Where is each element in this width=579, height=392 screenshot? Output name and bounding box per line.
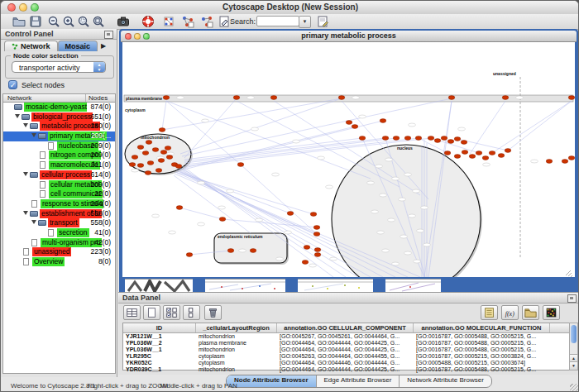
tree-row[interactable]: establishment of lo558(0) xyxy=(3,209,115,219)
tree-col-network[interactable]: Network xyxy=(7,94,31,102)
select-attributes-icon[interactable] xyxy=(123,305,141,320)
network-node[interactable] xyxy=(145,171,151,175)
network-node[interactable] xyxy=(219,218,226,222)
network-node[interactable] xyxy=(270,96,277,100)
delete-attribute-trash-icon[interactable] xyxy=(204,305,222,320)
tree-row[interactable]: response to stimulu264(0) xyxy=(3,199,115,209)
tree-row[interactable]: cell communicat22(0) xyxy=(3,189,115,199)
network-node[interactable] xyxy=(359,136,366,141)
network-node[interactable] xyxy=(454,137,461,141)
help-lifering-icon[interactable] xyxy=(141,15,155,28)
table-row[interactable]: YPL036W__2plasma membrane[GO:0044464, GO… xyxy=(123,340,572,347)
network-node[interactable] xyxy=(137,146,144,150)
network-node[interactable] xyxy=(447,140,454,144)
zoom-fit-icon[interactable] xyxy=(92,15,105,28)
network-node[interactable] xyxy=(310,213,317,217)
expander-icon[interactable] xyxy=(23,211,28,215)
network-node[interactable] xyxy=(415,136,422,141)
function-builder-icon[interactable]: f(x) xyxy=(501,305,519,320)
tree-row[interactable]: metabolic process280(0) xyxy=(3,122,115,131)
tree-label[interactable]: Overview xyxy=(32,257,65,266)
network-node[interactable] xyxy=(380,119,386,123)
expander-icon[interactable] xyxy=(31,220,36,224)
network-node[interactable] xyxy=(461,141,467,145)
attribute-table-header[interactable]: ID_cellularLayoutRegionannotation.GO CEL… xyxy=(123,323,572,333)
network-node[interactable] xyxy=(304,246,310,250)
network-node[interactable] xyxy=(444,151,451,155)
heatmap-matrix-icon[interactable] xyxy=(543,305,560,320)
tree-label[interactable]: transport xyxy=(48,218,79,227)
resize-grip[interactable] xyxy=(570,384,578,392)
network-node[interactable] xyxy=(482,156,489,160)
tree-label[interactable]: mosaic-demo-yeast xyxy=(24,103,87,112)
background-view-fragment[interactable] xyxy=(125,279,193,293)
network-node[interactable] xyxy=(462,151,468,155)
network-node[interactable] xyxy=(502,96,509,100)
network-node[interactable] xyxy=(287,212,294,216)
import-attributes-folder-icon[interactable] xyxy=(522,305,539,320)
tree-row[interactable]: cellular metabol209(0) xyxy=(3,180,115,190)
network-node[interactable] xyxy=(314,253,321,257)
zoom-in-icon[interactable] xyxy=(62,15,75,28)
network-node[interactable] xyxy=(404,136,411,141)
tree-row[interactable]: mosaic-demo-yeast874(0) xyxy=(3,103,115,112)
network-graph[interactable]: plasma membranecytoplasmmitochondrionnuc… xyxy=(122,42,575,277)
network-node[interactable] xyxy=(428,136,434,141)
network-tool-icon-2[interactable] xyxy=(181,15,194,28)
column-header[interactable]: _cellularLayoutRegion xyxy=(196,323,277,332)
network-node[interactable] xyxy=(313,226,320,230)
network-node[interactable] xyxy=(146,141,152,145)
network-node[interactable] xyxy=(568,156,575,160)
float-panel-icon[interactable] xyxy=(567,294,577,303)
network-node[interactable] xyxy=(568,96,575,100)
tree-label[interactable]: biological_process xyxy=(31,112,93,122)
network-node[interactable] xyxy=(469,155,476,159)
network-node[interactable] xyxy=(313,232,320,237)
expander-icon[interactable] xyxy=(31,133,36,137)
network-node[interactable] xyxy=(176,206,183,210)
attribute-notes-icon[interactable] xyxy=(481,305,498,320)
network-node[interactable] xyxy=(505,149,511,153)
network-node[interactable] xyxy=(175,165,182,169)
network-node[interactable] xyxy=(166,155,173,160)
tree-label[interactable]: cellular process xyxy=(40,170,92,179)
column-header[interactable]: annotation.GO MOLECULAR_FUNCTION xyxy=(414,323,550,332)
tree-row[interactable]: multi-organism pro42(0) xyxy=(3,238,115,248)
network-node[interactable] xyxy=(448,96,455,100)
expander-icon[interactable] xyxy=(15,114,20,118)
float-panel-icon[interactable] xyxy=(104,31,113,39)
table-row[interactable]: YDR039C__1mitochondrion[GO:0044464, GO:0… xyxy=(123,366,572,373)
network-node[interactable] xyxy=(498,154,505,158)
network-node[interactable] xyxy=(147,161,154,165)
network-node[interactable] xyxy=(186,253,193,257)
expander-icon[interactable] xyxy=(23,123,28,127)
table-row[interactable]: YLR295Ccytoplasm[GO:0045263, GO:0044464,… xyxy=(123,353,572,360)
network-node[interactable] xyxy=(489,151,495,155)
network-node[interactable] xyxy=(227,249,234,253)
network-node[interactable] xyxy=(163,96,170,100)
zoom-out-icon[interactable] xyxy=(47,15,60,28)
network-node[interactable] xyxy=(476,151,482,155)
table-row[interactable]: YPL036W__1mitochondrion[GO:0044464, GO:0… xyxy=(123,347,572,353)
expander-icon[interactable] xyxy=(23,172,28,176)
scrollbar-thumb[interactable] xyxy=(571,325,577,343)
network-node[interactable] xyxy=(346,121,352,125)
network-node[interactable] xyxy=(233,96,240,100)
tree-row[interactable]: biological_process651(0) xyxy=(3,112,115,122)
tree-row[interactable]: primary metabolic209(... xyxy=(3,131,115,141)
network-node[interactable] xyxy=(132,155,138,160)
network-node[interactable] xyxy=(156,169,162,173)
tree-row[interactable]: macromolecule311(0) xyxy=(3,160,115,170)
network-node[interactable] xyxy=(393,136,400,141)
network-node[interactable] xyxy=(441,136,447,141)
tree-row[interactable]: secretion41(0) xyxy=(3,228,115,238)
node-color-dropdown[interactable]: transporter activity ▲▼ xyxy=(12,61,106,73)
table-row[interactable]: YKR052Ccytoplasm[GO:0044464, GO:0044446,… xyxy=(123,360,572,366)
tree-row[interactable]: nucleobase-209(0) xyxy=(3,141,115,151)
open-session-icon[interactable] xyxy=(12,15,26,28)
tab-overflow-icon[interactable]: ▶ xyxy=(98,41,108,51)
network-canvas[interactable]: plasma membranecytoplasmmitochondrionnuc… xyxy=(122,42,575,277)
background-view-fragment[interactable] xyxy=(385,279,441,293)
tab-mosaic[interactable]: Mosaic xyxy=(58,41,98,51)
network-tool-icon-3[interactable] xyxy=(200,15,213,28)
